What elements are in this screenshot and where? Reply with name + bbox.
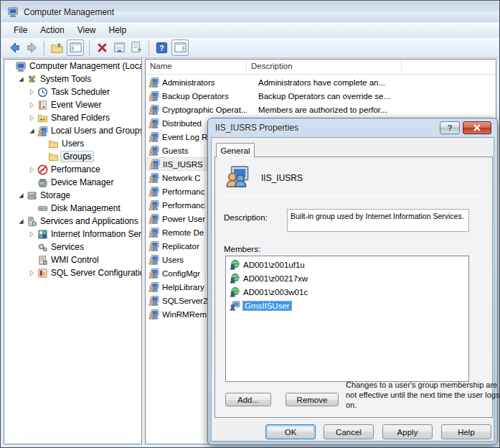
properties-icon[interactable] xyxy=(110,39,128,56)
members-listbox[interactable]: AD001\z001uf1uAD001\z00217xwAD001\z003w0… xyxy=(225,256,469,382)
tree-item-task-scheduler[interactable]: Task Scheduler xyxy=(4,85,141,98)
toolbar-separator xyxy=(148,41,149,55)
tree-item-disk-management[interactable]: Disk Management xyxy=(4,202,141,215)
description-field[interactable]: Built-in group used by Internet Informat… xyxy=(287,209,469,232)
collapsed-arrow-icon[interactable] xyxy=(27,101,37,109)
expanded-arrow-icon[interactable] xyxy=(16,191,26,200)
tree-item-users[interactable]: Users xyxy=(4,137,141,150)
tree-item-performance[interactable]: Performance xyxy=(4,163,141,176)
storage-icon xyxy=(26,190,38,201)
column-header-empty xyxy=(402,60,496,75)
collapsed-arrow-icon[interactable] xyxy=(27,88,37,96)
menu-file[interactable]: File xyxy=(7,23,34,37)
menu-help[interactable]: Help xyxy=(103,23,133,37)
group-name-text: Performanc xyxy=(162,201,204,210)
no-arrow xyxy=(27,243,37,251)
show-console-tree-icon[interactable] xyxy=(67,39,84,56)
tree-item-storage[interactable]: Storage xyxy=(4,189,141,202)
tree-item-label: Storage xyxy=(40,190,70,200)
tree-item-local-users-and-groups[interactable]: Local Users and Groups xyxy=(4,124,141,137)
back-icon[interactable] xyxy=(6,39,23,56)
folder-icon xyxy=(47,139,60,149)
menu-action[interactable]: Action xyxy=(34,23,70,37)
apply-button[interactable]: Apply xyxy=(382,424,433,439)
help-icon[interactable]: ? xyxy=(153,39,170,56)
column-header-name[interactable]: Name xyxy=(146,60,247,75)
close-icon[interactable] xyxy=(463,121,491,134)
group-name-text: SQLServer2 xyxy=(162,297,207,305)
expanded-arrow-icon[interactable] xyxy=(16,75,26,83)
up-level-icon[interactable] xyxy=(48,39,65,56)
tree-item-shared-folders[interactable]: Shared Folders xyxy=(4,111,141,124)
export-list-icon[interactable] xyxy=(128,39,145,56)
server-gear-icon xyxy=(26,216,38,227)
list-row-name: Backup Operators xyxy=(146,89,247,103)
cancel-button[interactable]: Cancel xyxy=(324,424,374,439)
group-icon xyxy=(148,295,160,306)
sql-icon xyxy=(37,268,49,279)
group-icon xyxy=(148,159,161,169)
tree-item-internet-information-ser[interactable]: Internet Information Ser xyxy=(4,228,141,241)
tree-item-services-and-applications[interactable]: Services and Applications xyxy=(4,215,141,228)
list-row-backup-operators[interactable]: Backup OperatorsBackup Operators can ove… xyxy=(146,89,496,103)
tree-item-device-manager[interactable]: Device Manager xyxy=(4,176,141,189)
list-header: Name Description xyxy=(146,60,496,75)
delete-icon[interactable] xyxy=(93,39,110,56)
collapsed-arrow-icon[interactable] xyxy=(27,165,37,174)
shared-folders-icon xyxy=(37,113,49,123)
collapsed-arrow-icon[interactable] xyxy=(27,269,37,277)
member-row-gmsiisuser[interactable]: GmsIISUser xyxy=(226,299,468,312)
member-row-ad001-z00217xw[interactable]: AD001\z00217xw xyxy=(226,271,468,285)
list-row-description: Backup Operators can override se... xyxy=(247,92,402,101)
menu-view[interactable]: View xyxy=(71,23,103,37)
console-tree-pane[interactable]: Computer Management (LocalSystem ToolsTa… xyxy=(4,59,142,444)
tree-item-label: Users xyxy=(62,139,84,149)
tree-item-label: System Tools xyxy=(40,74,91,84)
tree-item-sql-server-configuratio[interactable]: SQL Server Configuratio xyxy=(4,266,141,279)
tree-item-system-tools[interactable]: System Tools xyxy=(4,73,141,85)
tree-item-label: Device Manager xyxy=(51,177,113,187)
tree-item-label: Task Scheduler xyxy=(51,87,110,97)
expanded-arrow-icon[interactable] xyxy=(16,217,26,225)
services-icon xyxy=(37,242,49,253)
tree-item-groups[interactable]: Groups xyxy=(4,150,141,163)
show-action-pane-icon[interactable] xyxy=(171,39,189,56)
globe-user-icon xyxy=(229,273,241,284)
group-icon xyxy=(148,281,160,292)
tree-item-label: Groups xyxy=(60,151,94,162)
group-icon xyxy=(37,126,49,136)
group-icon xyxy=(148,131,160,142)
collapsed-arrow-icon[interactable] xyxy=(27,230,37,238)
remove-button[interactable]: Remove xyxy=(286,393,339,406)
ok-button[interactable]: OK xyxy=(265,424,316,439)
tree-item-label: Computer Management (Local xyxy=(29,61,142,71)
column-header-description[interactable]: Description xyxy=(247,60,402,75)
title-bar[interactable]: Computer Management xyxy=(1,1,499,22)
member-row-ad001-z001uf1u[interactable]: AD001\z001uf1u xyxy=(226,258,468,271)
clock-icon xyxy=(37,87,49,98)
group-icon xyxy=(148,200,160,210)
group-icon xyxy=(148,268,160,279)
tab-general[interactable]: General xyxy=(216,143,255,157)
tree-item-computer-management-local[interactable]: Computer Management (Local xyxy=(4,60,141,73)
add-button[interactable]: Add... xyxy=(225,393,271,406)
folder-icon xyxy=(47,151,60,162)
expanded-arrow-icon[interactable] xyxy=(27,126,37,135)
member-row-ad001-z003w01c[interactable]: AD001\z003w01c xyxy=(226,285,468,299)
collapsed-arrow-icon[interactable] xyxy=(27,113,37,122)
tree-item-services[interactable]: Services xyxy=(4,241,141,253)
forward-icon[interactable] xyxy=(23,39,40,56)
tree-item-wmi-control[interactable]: WMI Control xyxy=(4,253,141,266)
list-row-administrators[interactable]: AdministratorsAdministrators have comple… xyxy=(146,75,496,89)
membership-note: Changes to a user's group membership are… xyxy=(346,380,500,410)
list-row-cryptographic-operat[interactable]: Cryptographic Operat...Members are autho… xyxy=(146,103,496,116)
member-name: GmsIISUser xyxy=(243,302,291,310)
no-arrow xyxy=(27,178,37,187)
group-icon xyxy=(148,213,160,224)
tree-item-label: Performance xyxy=(51,164,100,174)
tree-item-event-viewer[interactable]: Event Viewer xyxy=(4,98,141,111)
separator xyxy=(224,196,484,197)
help-button[interactable]: Help xyxy=(441,424,491,439)
help-caption-icon[interactable]: ? xyxy=(440,121,460,134)
group-name-text: Administrators xyxy=(162,78,215,87)
